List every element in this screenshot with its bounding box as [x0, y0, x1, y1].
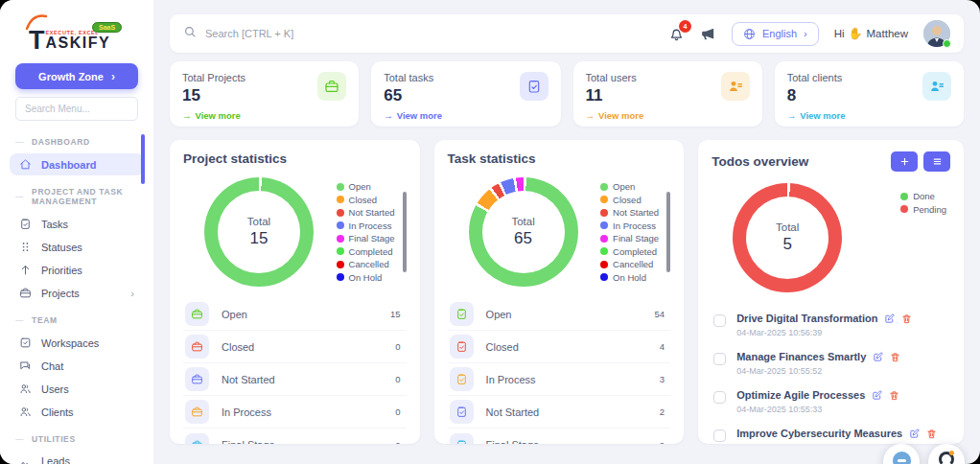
chart-legend: DonePending [900, 191, 946, 215]
legend-dot-icon [600, 273, 608, 281]
status-label: Closed [222, 341, 254, 353]
notifications-button[interactable]: 4 [668, 26, 685, 42]
view-more-link[interactable]: →View more [787, 110, 951, 121]
language-selector[interactable]: English › [732, 22, 819, 46]
users-icon [19, 383, 32, 395]
sidebar-item-users[interactable]: Users [10, 378, 144, 400]
delete-icon[interactable] [926, 429, 937, 439]
sidebar-item-leads-management[interactable]: Leads Management › [10, 451, 144, 464]
search-icon [183, 25, 197, 42]
legend-item: Cancelled [337, 259, 395, 269]
status-value: 3 [660, 374, 668, 384]
chat-icon [19, 360, 32, 372]
megaphone-icon [700, 26, 716, 42]
stat-card-total-tasks: Total tasks 65 →View more [371, 61, 560, 127]
legend-item: Done [900, 191, 946, 201]
status-label: Open [222, 309, 247, 320]
announcement-button[interactable] [700, 26, 716, 42]
view-more-link[interactable]: →View more [182, 110, 346, 121]
global-search-input[interactable] [205, 28, 668, 39]
clipboard-check-icon [450, 302, 474, 326]
todo-title: Drive Digital Transformation [736, 313, 877, 324]
home-icon [19, 158, 32, 171]
status-row-final-stage: Final Stage 2 [448, 429, 671, 444]
status-row-open: Open 15 [183, 298, 407, 331]
sidebar-item-chat[interactable]: Chat [10, 355, 144, 377]
legend-item: Open [337, 181, 395, 192]
legend-item: In Process [600, 220, 659, 231]
view-more-link[interactable]: →View more [586, 110, 750, 121]
todo-date: 04-Mar-2025 10:55:52 [736, 366, 948, 376]
users-icon [19, 406, 32, 418]
sidebar-item-label: Leads Management [41, 455, 121, 464]
sidebar-item-projects[interactable]: Projects › [10, 282, 144, 304]
clipboard-check-icon [526, 79, 542, 94]
sidebar-scrollbar-thumb[interactable] [141, 134, 145, 184]
chevron-right-icon: › [130, 288, 134, 299]
todo-checkbox[interactable] [713, 391, 726, 404]
briefcase-icon [191, 340, 203, 353]
legend-item: Not Started [600, 207, 659, 218]
legend-scrollbar[interactable] [666, 192, 670, 272]
support-chat-button[interactable] [883, 444, 920, 464]
legend-dot-icon [337, 235, 344, 243]
sidebar-section-label: PROJECT AND TASK MANAGEMENT [10, 176, 144, 212]
todo-checkbox[interactable] [713, 314, 726, 327]
edit-icon[interactable] [872, 390, 882, 401]
project-statistics-card: Project statistics Total15 OpenClosedNot… [170, 140, 420, 444]
sidebar-item-priorities[interactable]: Priorities [10, 259, 144, 281]
legend-dot-icon [600, 235, 608, 243]
status-label: In Process [486, 374, 536, 385]
card-title: Project statistics [183, 151, 287, 166]
legend-item: Cancelled [600, 259, 659, 269]
sidebar-item-tasks[interactable]: Tasks [10, 213, 144, 235]
avatar[interactable] [923, 20, 950, 47]
todos-overview-card: Todos overview Total5 [698, 140, 964, 444]
app-logo[interactable]: T EXECUTE, EXCEL ASKIFY SaaS [0, 12, 153, 52]
logo-text: ASKIFY [46, 35, 111, 51]
todo-list-button[interactable] [923, 151, 950, 172]
stat-card-total-clients: Total clients 8 →View more [775, 61, 964, 127]
legend-dot-icon [337, 247, 344, 255]
delete-icon[interactable] [889, 390, 899, 401]
briefcase-icon [191, 373, 203, 385]
logo-letter: T [29, 31, 45, 52]
sidebar-item-clients[interactable]: Clients [10, 401, 144, 423]
edit-icon[interactable] [873, 352, 883, 362]
legend-dot-icon [337, 183, 344, 191]
todo-checkbox[interactable] [713, 429, 726, 442]
user-name: Matthew [867, 28, 908, 39]
status-label: Final Stage [486, 439, 540, 444]
clipboard-check-icon [450, 433, 474, 445]
edit-icon[interactable] [909, 429, 920, 439]
delete-icon[interactable] [890, 352, 900, 362]
legend-dot-icon [337, 209, 344, 217]
todo-checkbox[interactable] [713, 353, 726, 365]
sidebar-item-workspaces[interactable]: Workspaces [10, 332, 144, 354]
clipboard-check-icon [19, 218, 32, 230]
todos-donut-chart: Total5 [733, 183, 842, 292]
profile-widget-button[interactable] [928, 444, 965, 464]
sidebar-item-statuses[interactable]: Statuses [10, 236, 144, 258]
edit-icon[interactable] [884, 313, 895, 324]
status-value: 2 [660, 440, 668, 445]
project-donut-chart: Total15 [204, 177, 314, 287]
sidebar-search-input[interactable] [15, 97, 138, 121]
sidebar-item-dashboard[interactable]: Dashboard [10, 153, 144, 175]
delete-icon[interactable] [901, 313, 912, 324]
stat-card-total-projects: Total Projects 15 →View more [170, 61, 359, 127]
app-window: T EXECUTE, EXCEL ASKIFY SaaS Growth Zone… [0, 0, 980, 464]
sidebar-item-label: Priorities [41, 265, 82, 276]
status-label: Final Stage [222, 439, 275, 444]
growth-zone-button[interactable]: Growth Zone › [15, 63, 138, 89]
logo-swoosh-icon [25, 12, 48, 31]
legend-item: On Hold [337, 272, 395, 283]
status-value: 54 [655, 309, 669, 319]
task-donut-chart: Total65 [469, 177, 578, 287]
legend-scrollbar[interactable] [403, 192, 407, 272]
card-title: Task statistics [448, 151, 536, 166]
view-more-link[interactable]: →View more [384, 110, 548, 121]
chart-legend: OpenClosedNot StartedIn ProcessFinal Sta… [337, 181, 395, 283]
user-lines-icon [929, 79, 945, 94]
add-todo-button[interactable] [891, 151, 918, 172]
